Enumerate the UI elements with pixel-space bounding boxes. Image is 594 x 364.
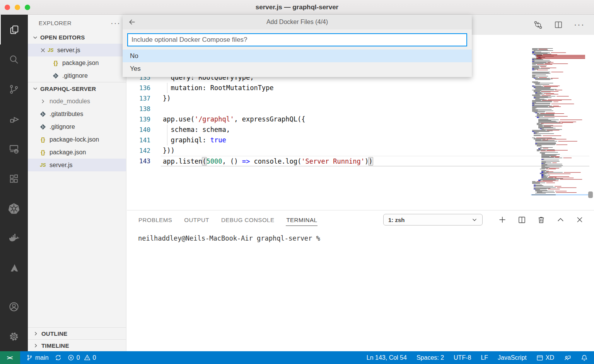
token: true bbox=[210, 136, 226, 144]
code-line-141[interactable]: 141 graphiql: true bbox=[127, 135, 589, 145]
file-label: node_modules bbox=[50, 98, 90, 105]
line-number: 138 bbox=[127, 104, 161, 114]
status-indentation[interactable]: Spaces: 2 bbox=[416, 354, 444, 361]
open-changes-icon[interactable] bbox=[533, 20, 543, 30]
file-server.js[interactable]: JSserver.js bbox=[28, 159, 126, 171]
code-line-142[interactable]: 142})) bbox=[127, 145, 589, 156]
status-encoding[interactable]: UTF-8 bbox=[454, 354, 471, 361]
split-editor-icon[interactable] bbox=[554, 20, 563, 29]
file-node_modules[interactable]: node_modules bbox=[28, 95, 126, 108]
token: ) bbox=[365, 157, 369, 165]
warning-icon bbox=[84, 354, 90, 361]
code-line-138[interactable]: 138 bbox=[127, 104, 589, 114]
status-line-col[interactable]: Ln 143, Col 54 bbox=[367, 354, 407, 361]
remote-indicator[interactable]: >< bbox=[0, 351, 20, 364]
open-editor-.gitignore[interactable]: .gitignore bbox=[28, 69, 126, 82]
quick-input-option-yes[interactable]: Yes bbox=[123, 62, 472, 75]
indent-guide bbox=[167, 83, 167, 93]
sidebar-more-actions-icon[interactable]: ··· bbox=[111, 19, 121, 27]
project-section-header[interactable]: GRAPHQL-SERVER bbox=[28, 82, 126, 95]
status-language[interactable]: JavaScript bbox=[498, 354, 527, 361]
code-text: app.listen(5000, () => console.log('Serv… bbox=[161, 156, 589, 166]
code-text: app.use('/graphql', expressGraphQL({ bbox=[161, 114, 589, 125]
file-.gitattributes[interactable]: .gitattributes bbox=[28, 108, 126, 120]
quick-input-option-no[interactable]: No bbox=[123, 50, 472, 62]
status-branch[interactable]: main bbox=[26, 354, 49, 361]
activitybar-explorer[interactable] bbox=[0, 15, 28, 44]
status-notifications[interactable] bbox=[581, 354, 588, 361]
open-editor-package.json[interactable]: {}package.json bbox=[28, 56, 126, 69]
open-editor-server.js[interactable]: JSserver.js bbox=[28, 44, 126, 56]
token: 5000 bbox=[207, 157, 222, 165]
traffic-lights bbox=[5, 0, 30, 15]
activitybar-accounts[interactable] bbox=[0, 292, 28, 321]
status-problems[interactable]: 0 0 bbox=[68, 354, 96, 361]
json-file-icon: {} bbox=[39, 136, 47, 143]
code-text: }) bbox=[161, 93, 589, 104]
token: 'Server Running' bbox=[301, 157, 365, 165]
quick-input-field[interactable] bbox=[127, 33, 467, 46]
file-package.json[interactable]: {}package.json bbox=[28, 146, 126, 159]
terminal-select[interactable]: 1: zsh bbox=[383, 214, 483, 226]
file-.gitignore[interactable]: .gitignore bbox=[28, 120, 126, 133]
source-control-icon bbox=[9, 84, 19, 95]
status-eol[interactable]: LF bbox=[481, 354, 488, 361]
quick-input-options: NoYes bbox=[123, 50, 472, 77]
status-sync[interactable] bbox=[55, 354, 61, 361]
activitybar-azure[interactable] bbox=[0, 253, 28, 283]
activitybar-search[interactable] bbox=[0, 44, 28, 74]
panel-tab-terminal[interactable]: TERMINAL bbox=[286, 210, 317, 229]
new-terminal-icon[interactable] bbox=[498, 215, 507, 224]
code-block: 135 query: RootQueryType,136 mutation: R… bbox=[127, 72, 589, 166]
terminal-prompt[interactable]: neilhaddley@Neils-MacBook-Air graphql-se… bbox=[138, 234, 320, 242]
editor-scrollbar-thumb[interactable] bbox=[588, 191, 593, 198]
file-label: server.js bbox=[57, 47, 80, 54]
docker-icon bbox=[7, 232, 20, 245]
file-label: .gitignore bbox=[62, 72, 88, 79]
close-editor-icon[interactable] bbox=[40, 47, 46, 53]
activitybar-remote-explorer[interactable] bbox=[0, 134, 28, 164]
activitybar-kubernetes[interactable] bbox=[0, 193, 28, 223]
panel-tab-output[interactable]: OUTPUT bbox=[184, 210, 209, 229]
sync-icon bbox=[55, 354, 61, 361]
file-label: server.js bbox=[50, 162, 73, 169]
panel-tab-problems[interactable]: PROBLEMS bbox=[138, 210, 172, 229]
panel-tabs: PROBLEMSOUTPUTDEBUG CONSOLETERMINAL bbox=[127, 210, 317, 229]
panel-tab-debug-console[interactable]: DEBUG CONSOLE bbox=[221, 210, 274, 229]
close-window-button[interactable] bbox=[5, 5, 10, 10]
zoom-window-button[interactable] bbox=[25, 5, 30, 10]
timeline-section-header[interactable]: TIMELINE bbox=[28, 339, 126, 351]
code-line-139[interactable]: 139app.use('/graphql', expressGraphQL({ bbox=[127, 114, 589, 125]
file-package-lock.json[interactable]: {}package-lock.json bbox=[28, 133, 126, 146]
token: })) bbox=[163, 147, 175, 154]
activitybar-extensions[interactable] bbox=[0, 164, 28, 193]
code-line-137[interactable]: 137}) bbox=[127, 93, 589, 104]
status-xd[interactable]: XD bbox=[536, 354, 554, 361]
back-arrow-icon[interactable] bbox=[128, 15, 137, 29]
bell-icon bbox=[581, 354, 588, 361]
outline-section-header[interactable]: OUTLINE bbox=[28, 327, 126, 339]
code-line-136[interactable]: 136 mutation: RootMutationType bbox=[127, 83, 589, 93]
editor-more-actions-icon[interactable]: ··· bbox=[574, 23, 585, 27]
status-feedback[interactable] bbox=[564, 354, 571, 361]
quick-input-dialog: Add Docker Files (4/4) NoYes bbox=[123, 15, 472, 77]
activitybar-docker[interactable] bbox=[0, 223, 28, 253]
git-file-icon bbox=[51, 73, 60, 79]
open-editors-header[interactable]: OPEN EDITORS bbox=[28, 31, 126, 44]
kill-terminal-icon[interactable] bbox=[537, 215, 546, 224]
minimap[interactable] bbox=[531, 47, 589, 198]
activitybar-run-debug[interactable] bbox=[0, 104, 28, 134]
token: => bbox=[242, 157, 250, 165]
minimize-window-button[interactable] bbox=[15, 5, 20, 10]
code-line-140[interactable]: 140 schema: schema, bbox=[127, 125, 589, 135]
window-layout-icon bbox=[536, 354, 543, 361]
maximize-panel-icon[interactable] bbox=[556, 215, 565, 224]
token: schema: schema, bbox=[163, 126, 230, 133]
split-terminal-icon[interactable] bbox=[517, 215, 526, 224]
status-bar: >< main 0 0 Ln 143, Col 54 bbox=[0, 351, 594, 364]
activitybar-source-control[interactable] bbox=[0, 74, 28, 104]
panel-actions: 1: zsh bbox=[383, 210, 594, 229]
close-panel-icon[interactable] bbox=[575, 215, 584, 224]
activitybar-settings[interactable] bbox=[0, 321, 28, 351]
code-line-143[interactable]: 143app.listen(5000, () => console.log('S… bbox=[127, 156, 589, 166]
